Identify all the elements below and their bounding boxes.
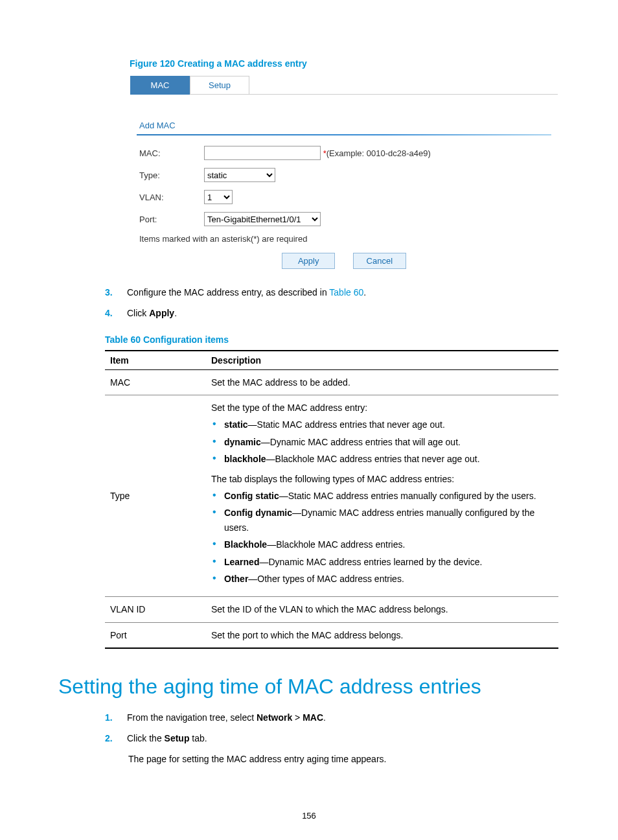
table-caption: Table 60 Configuration items: [105, 334, 560, 345]
mac-hint: (Example: 0010-dc28-a4e9): [326, 148, 431, 158]
mac-input[interactable]: [204, 146, 321, 160]
section-title: Add MAC: [139, 121, 558, 130]
step-number: 1.: [105, 710, 127, 726]
section-underline: [137, 134, 551, 135]
step-3: 3. Configure the MAC address entry, as d…: [105, 285, 560, 301]
port-label: Port:: [139, 208, 204, 230]
th-item: Item: [105, 351, 206, 370]
table-row: Type Set the type of the MAC address ent…: [105, 395, 558, 596]
step-2-subtext: The page for setting the MAC address ent…: [128, 752, 560, 767]
type-label: Type:: [139, 164, 204, 186]
step-number: 2.: [105, 731, 127, 747]
config-table: Item Description MAC Set the MAC address…: [105, 350, 558, 649]
vlan-label: VLAN:: [139, 186, 204, 208]
port-select[interactable]: Ten-GigabitEthernet1/0/1: [204, 212, 321, 226]
step-number: 4.: [105, 306, 127, 321]
apply-button[interactable]: Apply: [282, 253, 335, 269]
tab-setup[interactable]: Setup: [190, 76, 249, 95]
step-4: 4. Click Apply.: [105, 306, 560, 321]
table-row: MAC Set the MAC address to be added.: [105, 369, 558, 395]
type-select[interactable]: static: [204, 168, 275, 182]
th-description: Description: [206, 351, 558, 370]
mac-label: MAC:: [139, 142, 204, 164]
tab-mac[interactable]: MAC: [130, 76, 190, 95]
table-row: VLAN ID Set the ID of the VLAN to which …: [105, 597, 558, 622]
required-note: Items marked with an asterisk(*) are req…: [139, 230, 437, 248]
cancel-button[interactable]: Cancel: [353, 253, 406, 269]
figure-caption: Figure 120 Creating a MAC address entry: [130, 58, 560, 69]
step-2: 2. Click the Setup tab.: [105, 731, 560, 747]
page-number: 156: [0, 811, 618, 821]
ui-screenshot: MAC Setup Add MAC MAC: *(Example: 0010-d…: [130, 75, 558, 274]
table-link[interactable]: Table 60: [329, 287, 363, 298]
vlan-select[interactable]: 1: [204, 190, 233, 204]
table-row: Port Set the port to which the MAC addre…: [105, 622, 558, 648]
step-1: 1. From the navigation tree, select Netw…: [105, 710, 560, 726]
step-number: 3.: [105, 285, 127, 301]
section-heading: Setting the aging time of MAC address en…: [58, 675, 560, 699]
tab-spacer: [249, 76, 558, 95]
